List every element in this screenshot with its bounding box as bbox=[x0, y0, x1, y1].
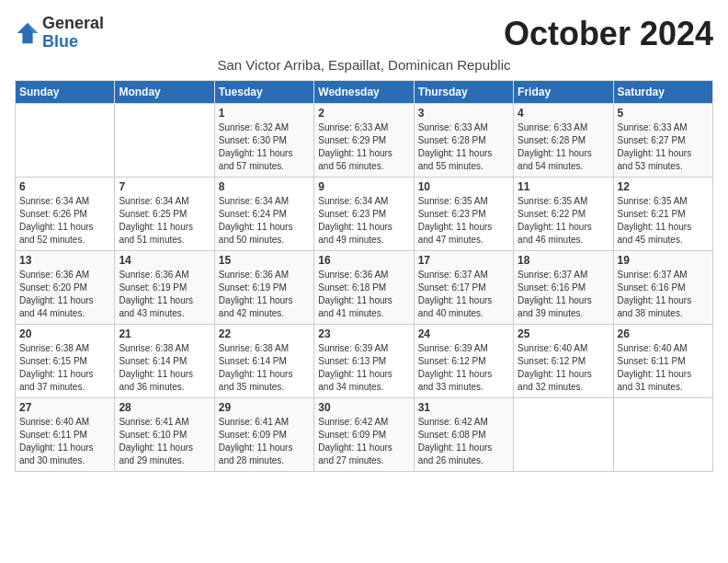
day-info: Sunrise: 6:37 AMSunset: 6:16 PMDaylight:… bbox=[518, 269, 609, 320]
day-number: 30 bbox=[318, 401, 409, 414]
table-row: 8Sunrise: 6:34 AMSunset: 6:24 PMDaylight… bbox=[214, 178, 313, 251]
col-monday: Monday bbox=[115, 81, 214, 104]
day-number: 28 bbox=[119, 401, 210, 414]
day-info: Sunrise: 6:33 AMSunset: 6:28 PMDaylight:… bbox=[418, 121, 509, 173]
day-info: Sunrise: 6:40 AMSunset: 6:11 PMDaylight:… bbox=[618, 342, 709, 394]
day-info: Sunrise: 6:36 AMSunset: 6:19 PMDaylight:… bbox=[219, 269, 310, 320]
calendar-table: Sunday Monday Tuesday Wednesday Thursday… bbox=[15, 80, 713, 472]
day-info: Sunrise: 6:38 AMSunset: 6:15 PMDaylight:… bbox=[19, 342, 110, 394]
day-number: 15 bbox=[219, 254, 310, 267]
day-number: 13 bbox=[19, 254, 110, 267]
calendar-week-row: 27Sunrise: 6:40 AMSunset: 6:11 PMDayligh… bbox=[16, 398, 713, 472]
day-number: 6 bbox=[19, 180, 110, 193]
table-row: 3Sunrise: 6:33 AMSunset: 6:28 PMDaylight… bbox=[414, 104, 513, 178]
table-row: 25Sunrise: 6:40 AMSunset: 6:12 PMDayligh… bbox=[514, 325, 613, 398]
table-row: 14Sunrise: 6:36 AMSunset: 6:19 PMDayligh… bbox=[115, 251, 214, 325]
day-number: 21 bbox=[119, 327, 210, 340]
table-row bbox=[16, 104, 115, 178]
table-row bbox=[514, 398, 613, 472]
day-number: 14 bbox=[119, 254, 210, 267]
table-row: 2Sunrise: 6:33 AMSunset: 6:29 PMDaylight… bbox=[314, 104, 414, 178]
day-number: 19 bbox=[618, 254, 709, 267]
table-row: 16Sunrise: 6:36 AMSunset: 6:18 PMDayligh… bbox=[314, 251, 414, 325]
table-row bbox=[115, 104, 214, 178]
day-number: 4 bbox=[518, 107, 609, 120]
day-info: Sunrise: 6:35 AMSunset: 6:23 PMDaylight:… bbox=[418, 195, 509, 247]
day-number: 8 bbox=[219, 180, 310, 193]
day-info: Sunrise: 6:42 AMSunset: 6:08 PMDaylight:… bbox=[418, 416, 509, 467]
day-number: 25 bbox=[518, 327, 609, 340]
month-title: October 2024 bbox=[504, 15, 713, 53]
day-number: 23 bbox=[318, 327, 409, 340]
logo-general-text: General bbox=[42, 14, 104, 32]
day-info: Sunrise: 6:35 AMSunset: 6:22 PMDaylight:… bbox=[518, 195, 609, 247]
day-info: Sunrise: 6:37 AMSunset: 6:17 PMDaylight:… bbox=[418, 269, 509, 320]
day-info: Sunrise: 6:38 AMSunset: 6:14 PMDaylight:… bbox=[219, 342, 310, 394]
day-info: Sunrise: 6:35 AMSunset: 6:21 PMDaylight:… bbox=[618, 195, 709, 247]
col-friday: Friday bbox=[514, 81, 613, 104]
table-row: 31Sunrise: 6:42 AMSunset: 6:08 PMDayligh… bbox=[414, 398, 513, 472]
col-wednesday: Wednesday bbox=[314, 81, 414, 104]
day-info: Sunrise: 6:32 AMSunset: 6:30 PMDaylight:… bbox=[219, 121, 310, 173]
day-number: 31 bbox=[418, 401, 509, 414]
day-info: Sunrise: 6:38 AMSunset: 6:14 PMDaylight:… bbox=[119, 342, 210, 394]
table-row: 29Sunrise: 6:41 AMSunset: 6:09 PMDayligh… bbox=[214, 398, 313, 472]
table-row: 15Sunrise: 6:36 AMSunset: 6:19 PMDayligh… bbox=[214, 251, 313, 325]
table-row: 7Sunrise: 6:34 AMSunset: 6:25 PMDaylight… bbox=[115, 178, 214, 251]
table-row: 5Sunrise: 6:33 AMSunset: 6:27 PMDaylight… bbox=[613, 104, 712, 178]
table-row: 10Sunrise: 6:35 AMSunset: 6:23 PMDayligh… bbox=[414, 178, 513, 251]
day-info: Sunrise: 6:39 AMSunset: 6:13 PMDaylight:… bbox=[318, 342, 409, 394]
table-row: 4Sunrise: 6:33 AMSunset: 6:28 PMDaylight… bbox=[514, 104, 613, 178]
day-info: Sunrise: 6:39 AMSunset: 6:12 PMDaylight:… bbox=[418, 342, 509, 394]
table-row: 9Sunrise: 6:34 AMSunset: 6:23 PMDaylight… bbox=[314, 178, 414, 251]
day-number: 22 bbox=[219, 327, 310, 340]
table-row: 12Sunrise: 6:35 AMSunset: 6:21 PMDayligh… bbox=[613, 178, 712, 251]
day-info: Sunrise: 6:33 AMSunset: 6:29 PMDaylight:… bbox=[318, 121, 409, 173]
table-row bbox=[613, 398, 712, 472]
day-info: Sunrise: 6:40 AMSunset: 6:12 PMDaylight:… bbox=[518, 342, 609, 394]
table-row: 24Sunrise: 6:39 AMSunset: 6:12 PMDayligh… bbox=[414, 325, 513, 398]
logo-blue-text: Blue bbox=[42, 32, 78, 51]
day-info: Sunrise: 6:33 AMSunset: 6:27 PMDaylight:… bbox=[618, 121, 709, 173]
day-number: 16 bbox=[318, 254, 409, 267]
day-info: Sunrise: 6:33 AMSunset: 6:28 PMDaylight:… bbox=[518, 121, 609, 173]
table-row: 19Sunrise: 6:37 AMSunset: 6:16 PMDayligh… bbox=[613, 251, 712, 325]
day-number: 20 bbox=[19, 327, 110, 340]
day-info: Sunrise: 6:40 AMSunset: 6:11 PMDaylight:… bbox=[19, 416, 110, 467]
col-sunday: Sunday bbox=[16, 81, 115, 104]
day-number: 5 bbox=[618, 107, 709, 120]
day-number: 1 bbox=[219, 107, 310, 120]
day-number: 24 bbox=[418, 327, 509, 340]
header: General Blue October 2024 bbox=[15, 15, 713, 53]
table-row: 20Sunrise: 6:38 AMSunset: 6:15 PMDayligh… bbox=[16, 325, 115, 398]
table-row: 17Sunrise: 6:37 AMSunset: 6:17 PMDayligh… bbox=[414, 251, 513, 325]
day-number: 12 bbox=[618, 180, 709, 193]
day-number: 7 bbox=[119, 180, 210, 193]
calendar-week-row: 1Sunrise: 6:32 AMSunset: 6:30 PMDaylight… bbox=[16, 104, 713, 178]
day-number: 17 bbox=[418, 254, 509, 267]
day-number: 27 bbox=[19, 401, 110, 414]
col-thursday: Thursday bbox=[414, 81, 513, 104]
logo-icon bbox=[15, 20, 40, 46]
table-row: 21Sunrise: 6:38 AMSunset: 6:14 PMDayligh… bbox=[115, 325, 214, 398]
day-number: 26 bbox=[618, 327, 709, 340]
calendar-week-row: 13Sunrise: 6:36 AMSunset: 6:20 PMDayligh… bbox=[16, 251, 713, 325]
calendar-week-row: 20Sunrise: 6:38 AMSunset: 6:15 PMDayligh… bbox=[16, 325, 713, 398]
day-info: Sunrise: 6:36 AMSunset: 6:19 PMDaylight:… bbox=[119, 269, 210, 320]
day-info: Sunrise: 6:42 AMSunset: 6:09 PMDaylight:… bbox=[318, 416, 409, 467]
day-number: 29 bbox=[219, 401, 310, 414]
table-row: 11Sunrise: 6:35 AMSunset: 6:22 PMDayligh… bbox=[514, 178, 613, 251]
day-info: Sunrise: 6:41 AMSunset: 6:10 PMDaylight:… bbox=[119, 416, 210, 467]
day-info: Sunrise: 6:34 AMSunset: 6:24 PMDaylight:… bbox=[219, 195, 310, 247]
table-row: 27Sunrise: 6:40 AMSunset: 6:11 PMDayligh… bbox=[16, 398, 115, 472]
day-info: Sunrise: 6:36 AMSunset: 6:18 PMDaylight:… bbox=[318, 269, 409, 320]
table-row: 18Sunrise: 6:37 AMSunset: 6:16 PMDayligh… bbox=[514, 251, 613, 325]
table-row: 13Sunrise: 6:36 AMSunset: 6:20 PMDayligh… bbox=[16, 251, 115, 325]
day-info: Sunrise: 6:37 AMSunset: 6:16 PMDaylight:… bbox=[618, 269, 709, 320]
day-info: Sunrise: 6:34 AMSunset: 6:23 PMDaylight:… bbox=[318, 195, 409, 247]
table-row: 6Sunrise: 6:34 AMSunset: 6:26 PMDaylight… bbox=[16, 178, 115, 251]
calendar-header-row: Sunday Monday Tuesday Wednesday Thursday… bbox=[16, 81, 713, 104]
day-number: 18 bbox=[518, 254, 609, 267]
calendar-week-row: 6Sunrise: 6:34 AMSunset: 6:26 PMDaylight… bbox=[16, 178, 713, 251]
subtitle: San Victor Arriba, Espaillat, Dominican … bbox=[15, 57, 713, 73]
